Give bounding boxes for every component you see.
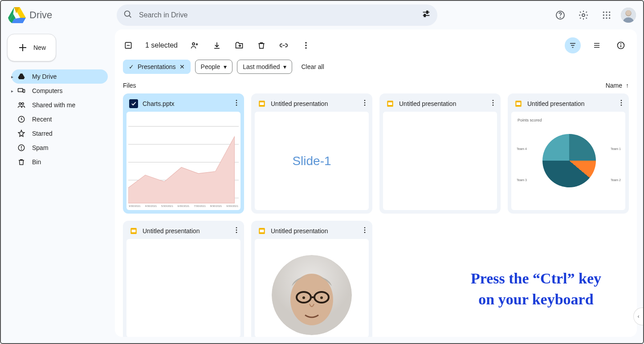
selection-count: 1 selected	[145, 41, 178, 49]
more-icon[interactable]	[361, 99, 369, 108]
svg-point-12	[603, 14, 604, 16]
file-card[interactable]: Untitled presentation	[123, 221, 244, 337]
filter-icon[interactable]	[565, 37, 581, 53]
clear-all[interactable]: Clear all	[301, 63, 324, 70]
more-icon[interactable]	[489, 99, 497, 108]
delete-icon[interactable]	[256, 41, 267, 50]
nav-label: Shared with me	[32, 101, 75, 109]
chevron-down-icon: ▾	[224, 63, 227, 70]
file-name: Untitled presentation	[271, 100, 328, 107]
nav-shared[interactable]: Shared with me	[12, 98, 108, 112]
svg-point-26	[19, 103, 21, 105]
file-card[interactable]: Charts.pptx 3/30/20214/30/20215/30/2	[123, 93, 244, 214]
search-icon	[123, 9, 133, 21]
nav-recent[interactable]: Recent	[12, 112, 108, 126]
svg-rect-78	[260, 230, 264, 232]
chip-type[interactable]: ✓ Presentations ✕	[123, 60, 191, 74]
svg-point-75	[236, 230, 237, 231]
svg-rect-5	[424, 14, 425, 17]
nav-label: My Drive	[32, 73, 57, 80]
svg-point-50	[236, 102, 237, 104]
svg-rect-73	[132, 230, 136, 232]
chip-label: Last modified	[243, 63, 280, 70]
nav-my-drive[interactable]: My Drive	[12, 69, 108, 84]
thumbnail: Points scored Team 4 Team 3 Team 1 Team …	[511, 112, 625, 210]
svg-point-88	[320, 296, 323, 299]
more-icon[interactable]	[232, 226, 240, 235]
file-card[interactable]: Untitled presentation	[251, 221, 372, 337]
file-name: Untitled presentation	[143, 227, 200, 235]
svg-point-37	[305, 42, 306, 44]
sort-toggle[interactable]: Name ↑	[606, 82, 629, 89]
more-icon[interactable]	[301, 41, 311, 50]
more-icon[interactable]	[232, 99, 240, 108]
arrow-up-icon: ↑	[626, 82, 629, 89]
slides-icon	[386, 99, 395, 108]
drive-logo[interactable]	[8, 6, 26, 24]
annotation-line2: on your keyboard	[471, 289, 601, 310]
deselect-icon[interactable]	[123, 41, 134, 50]
file-card[interactable]: Untitled presentation Slide-1	[251, 93, 372, 214]
chip-label: People	[201, 63, 220, 70]
link-icon[interactable]	[278, 41, 289, 50]
list-view-icon[interactable]	[589, 37, 605, 53]
nav-bin[interactable]: Bin	[12, 155, 108, 169]
svg-point-76	[236, 232, 237, 233]
nav-label: Bin	[32, 158, 41, 166]
move-icon[interactable]	[234, 41, 245, 50]
more-icon[interactable]	[617, 99, 625, 108]
svg-point-51	[236, 105, 237, 106]
nav-starred[interactable]: Starred	[12, 126, 108, 141]
svg-line-1	[129, 16, 131, 17]
thumbnail	[255, 239, 369, 337]
svg-point-10	[606, 12, 607, 13]
svg-point-48	[621, 44, 621, 44]
download-icon[interactable]	[212, 41, 222, 50]
action-bar: 1 selected	[123, 34, 629, 57]
svg-point-70	[621, 102, 622, 104]
svg-rect-63	[388, 102, 392, 105]
drive-icon	[17, 73, 26, 81]
svg-point-38	[305, 45, 306, 46]
close-icon[interactable]: ✕	[179, 63, 185, 70]
svg-point-34	[192, 43, 195, 45]
more-icon[interactable]	[361, 226, 369, 235]
svg-point-39	[305, 47, 306, 49]
svg-rect-25	[23, 89, 25, 93]
search-input[interactable]	[139, 11, 415, 19]
chip-modified[interactable]: Last modified ▾	[237, 60, 292, 74]
details-icon[interactable]	[613, 37, 629, 53]
search-options-icon[interactable]	[421, 9, 431, 21]
svg-point-13	[606, 14, 607, 16]
svg-point-60	[364, 102, 366, 104]
help-icon[interactable]	[551, 6, 569, 24]
file-name: Untitled presentation	[399, 100, 456, 107]
apps-icon[interactable]	[598, 6, 615, 24]
new-button[interactable]: New	[7, 34, 56, 61]
thumbnail	[383, 112, 497, 210]
svg-point-59	[364, 100, 366, 101]
search-bar[interactable]	[117, 4, 437, 26]
pie-label: Team 2	[611, 178, 621, 182]
nav-label: Starred	[32, 130, 53, 137]
checkbox-checked-icon[interactable]	[129, 99, 138, 108]
svg-point-15	[603, 17, 604, 19]
chip-people[interactable]: People ▾	[195, 60, 233, 74]
file-card[interactable]: Untitled presentation Points scored Team…	[508, 93, 629, 214]
section-label: Files	[123, 82, 136, 89]
nav-spam[interactable]: Spam	[12, 141, 108, 155]
svg-point-66	[493, 105, 494, 106]
pie-label: Team 1	[611, 147, 621, 150]
share-icon[interactable]	[189, 41, 200, 50]
svg-point-65	[493, 102, 494, 104]
svg-point-27	[22, 103, 24, 105]
new-button-label: New	[33, 44, 46, 51]
nav-label: Spam	[32, 144, 49, 151]
settings-icon[interactable]	[575, 6, 592, 24]
nav-computers[interactable]: Computers	[12, 84, 108, 98]
pie-label: Team 3	[517, 178, 527, 182]
file-card[interactable]: Untitled presentation	[379, 93, 501, 214]
svg-rect-68	[517, 102, 521, 105]
account-avatar[interactable]	[621, 8, 636, 23]
file-name: Untitled presentation	[527, 100, 584, 107]
